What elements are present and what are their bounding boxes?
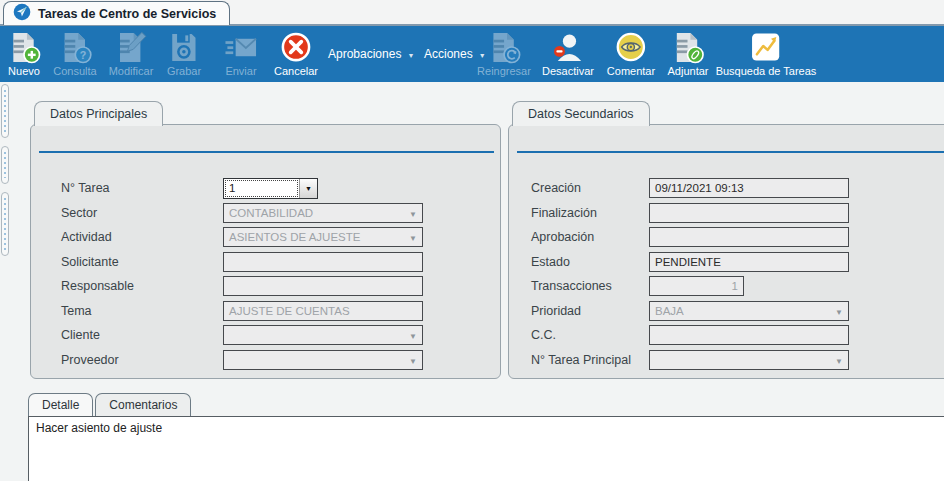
cancel-circle-icon	[279, 31, 313, 64]
detalle-textarea[interactable]: Hacer asiento de ajuste	[28, 416, 944, 481]
svg-text:?: ?	[79, 49, 86, 61]
field-value: 1	[732, 280, 738, 292]
responsable-input[interactable]	[223, 276, 423, 296]
field-row-creacion: Creación 09/11/2021 09:13	[509, 178, 944, 198]
toolbar-label: Desactivar	[542, 65, 594, 77]
tab-datos-secundarios[interactable]: Datos Secundarios	[512, 101, 650, 126]
toolbar-label: Reingresar	[477, 65, 531, 77]
chevron-down-icon	[409, 354, 417, 366]
field-value: ASIENTOS DE AJUESTE	[229, 231, 360, 243]
document-return-icon	[487, 31, 521, 64]
field-row-solicitante: Solicitante	[31, 252, 500, 272]
cancelar-button[interactable]: Cancelar	[274, 31, 318, 77]
n-tarea-combobox[interactable]: 1	[223, 178, 318, 199]
field-label: Responsable	[61, 279, 223, 293]
window-title: Tareas de Centro de Servicios	[38, 7, 216, 21]
comentar-button[interactable]: Comentar	[607, 31, 655, 77]
field-label: Creación	[531, 181, 649, 195]
estado-input[interactable]: PENDIENTE	[649, 252, 849, 272]
trend-chart-icon	[749, 31, 783, 64]
docked-mini-tab-2[interactable]	[1, 146, 9, 184]
panel-rule	[517, 151, 944, 153]
field-label: Tema	[61, 304, 223, 318]
panel-datos-secundarios: Creación 09/11/2021 09:13 Finalización A…	[508, 124, 944, 379]
field-row-transacciones: Transacciones 1	[509, 276, 944, 296]
field-row-sector: Sector CONTABILIDAD	[31, 203, 500, 223]
solicitante-input[interactable]	[223, 252, 423, 272]
chevron-down-icon	[409, 207, 417, 219]
proveedor-select[interactable]	[223, 350, 423, 370]
sector-select: CONTABILIDAD	[223, 203, 423, 223]
combo-dropdown-button[interactable]	[299, 179, 317, 198]
field-row-estado: Estado PENDIENTE	[509, 252, 944, 272]
adjuntar-button[interactable]: Adjuntar	[668, 31, 709, 77]
field-value: BAJA	[655, 305, 684, 317]
toolbar-label: Cancelar	[274, 65, 318, 77]
tab-detalle[interactable]: Detalle	[28, 393, 93, 416]
field-label: Transacciones	[531, 279, 649, 293]
desactivar-button[interactable]: Desactivar	[542, 31, 594, 77]
toolbar-label: Busqueda de Tareas	[716, 65, 817, 77]
document-add-icon	[7, 31, 41, 64]
panel-title: Datos Secundarios	[528, 107, 634, 121]
toolbar-label: Consulta	[53, 65, 96, 77]
panel-datos-principales: N° Tarea 1 Sector CONTABILIDAD Actividad…	[30, 124, 501, 379]
field-label: Sector	[61, 206, 223, 220]
menu-label: Acciones	[424, 47, 473, 61]
busqueda-de-tareas-button[interactable]: Busqueda de Tareas	[716, 31, 817, 77]
creacion-input[interactable]: 09/11/2021 09:13	[649, 178, 849, 198]
field-row-n-tarea: N° Tarea 1	[31, 178, 500, 198]
tema-input: AJUSTE DE CUENTAS	[223, 301, 423, 321]
field-row-cc: C.C.	[509, 325, 944, 345]
field-row-aprobacion: Aprobación	[509, 227, 944, 247]
field-label: Estado	[531, 255, 649, 269]
field-label: Cliente	[61, 328, 223, 342]
combo-value: 1	[225, 180, 298, 197]
field-row-cliente: Cliente	[31, 325, 500, 345]
field-row-n-tarea-principal: N° Tarea Principal	[509, 350, 944, 370]
field-row-responsable: Responsable	[31, 276, 500, 296]
docked-mini-tab-1[interactable]	[1, 84, 9, 138]
field-value: CONTABILIDAD	[229, 207, 313, 219]
field-label: Prioridad	[531, 304, 649, 318]
floppy-disk-icon	[167, 31, 201, 64]
app-icon	[13, 3, 31, 25]
cliente-select[interactable]	[223, 325, 423, 345]
aprobaciones-menu[interactable]: Aprobaciones	[328, 42, 414, 66]
grabar-button: Grabar	[167, 31, 201, 77]
field-value: PENDIENTE	[655, 256, 721, 268]
cc-input[interactable]	[649, 325, 849, 345]
field-label: Finalización	[531, 206, 649, 220]
eye-icon	[614, 31, 648, 64]
field-label: Proveedor	[61, 353, 223, 367]
transacciones-input: 1	[649, 276, 744, 296]
chevron-down-icon	[409, 231, 417, 243]
field-row-prioridad: Prioridad BAJA	[509, 301, 944, 321]
detalle-text: Hacer asiento de ajuste	[36, 421, 162, 435]
main-toolbar: Nuevo ? Consulta	[0, 26, 944, 82]
tab-datos-principales[interactable]: Datos Principales	[34, 101, 163, 126]
enviar-button: Enviar	[224, 31, 258, 77]
toolbar-label: Enviar	[225, 65, 256, 77]
field-label: N° Tarea	[61, 181, 223, 195]
field-label: N° Tarea Principal	[531, 353, 649, 367]
modificar-button: Modificar	[109, 31, 154, 77]
n-tarea-principal-select[interactable]	[649, 350, 849, 370]
nuevo-button[interactable]: Nuevo	[7, 31, 41, 77]
prioridad-select: BAJA	[649, 301, 849, 321]
field-value: AJUSTE DE CUENTAS	[229, 305, 350, 317]
finalizacion-input[interactable]	[649, 203, 849, 223]
field-value: 09/11/2021 09:13	[655, 182, 744, 194]
toolbar-label: Adjuntar	[668, 65, 709, 77]
field-label: C.C.	[531, 328, 649, 342]
toolbar-label: Modificar	[109, 65, 154, 77]
aprobacion-input[interactable]	[649, 227, 849, 247]
app-window-tab[interactable]: Tareas de Centro de Servicios	[3, 1, 230, 25]
tab-comentarios[interactable]: Comentarios	[95, 393, 191, 416]
chevron-down-icon	[407, 47, 414, 61]
toolbar-label: Comentar	[607, 65, 655, 77]
panel-title: Datos Principales	[50, 107, 147, 121]
field-label: Actividad	[61, 230, 223, 244]
field-label: Aprobación	[531, 230, 649, 244]
docked-mini-tab-3[interactable]	[1, 192, 9, 256]
